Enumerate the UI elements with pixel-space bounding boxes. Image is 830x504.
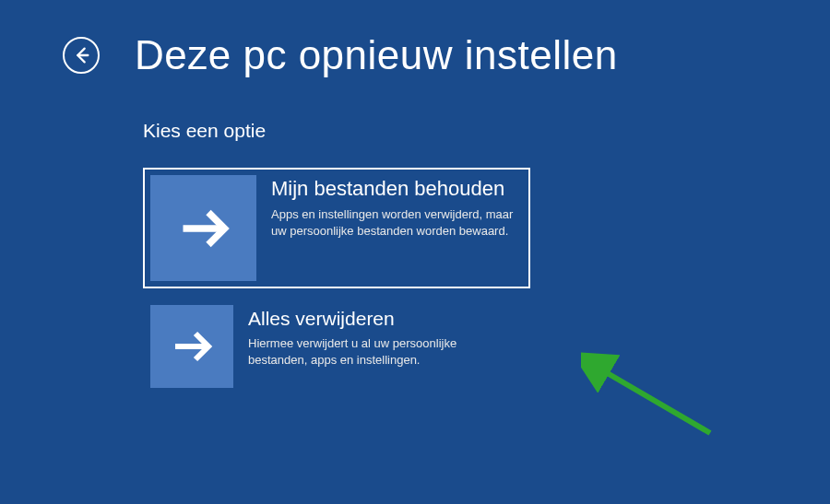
arrow-left-icon [71,45,91,65]
page-title: Deze pc opnieuw instellen [135,32,618,78]
option-description: Hiermee verwijdert u al uw persoonlijke … [248,335,514,368]
option-description: Apps en instellingen worden verwijderd, … [271,206,514,239]
content-area: Kies een optie Mijn bestanden behouden A… [0,78,830,395]
option-title: Alles verwijderen [248,307,514,330]
arrow-right-icon [150,175,256,281]
option-keep-files[interactable]: Mijn bestanden behouden Apps en instelli… [143,168,530,288]
arrow-right-icon [150,305,233,388]
option-title: Mijn bestanden behouden [271,177,514,201]
back-button[interactable] [63,37,100,74]
option-remove-everything[interactable]: Alles verwijderen Hiermee verwijdert u a… [143,298,530,395]
subtitle: Kies een optie [143,120,830,142]
option-text: Mijn bestanden behouden Apps en instelli… [271,175,523,239]
option-text: Alles verwijderen Hiermee verwijdert u a… [248,305,523,368]
header: Deze pc opnieuw instellen [0,0,830,78]
